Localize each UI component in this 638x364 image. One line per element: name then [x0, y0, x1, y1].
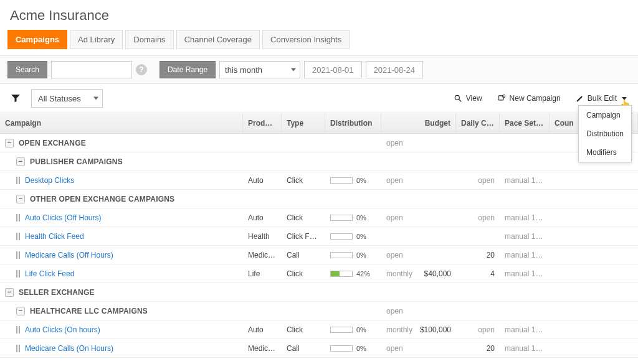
campaign-link[interactable]: Medicare Calls (Off Hours) — [25, 251, 113, 259]
cell-progress — [325, 139, 381, 147]
date-from-input[interactable]: 2021-08-01 — [304, 61, 362, 78]
collapse-icon[interactable]: − — [16, 307, 25, 315]
cell-product: Medicare — [243, 246, 282, 264]
col-header-type[interactable]: Type — [282, 113, 325, 133]
cell-progress: 0% — [325, 340, 381, 357]
distribution-value: monthly — [386, 325, 412, 334]
progress-percent: 0% — [356, 177, 366, 184]
campaign-link[interactable]: Auto Clicks (On hours) — [25, 325, 100, 334]
collapse-icon[interactable]: − — [5, 288, 14, 297]
drag-handle-icon[interactable] — [16, 345, 20, 352]
col-header-pace-setting[interactable]: Pace Setting — [500, 113, 550, 133]
collapse-icon[interactable]: − — [5, 139, 14, 147]
table-row: −SELLER EXCHANGE — [0, 283, 638, 302]
svg-line-1 — [459, 100, 462, 102]
drag-handle-icon[interactable] — [16, 233, 20, 240]
cell-daily-cap: open — [456, 209, 500, 226]
date-to-input[interactable]: 2021-08-24 — [366, 61, 424, 78]
tab-conversion-insights[interactable]: Conversion Insights — [262, 30, 350, 49]
date-range-select[interactable]: this month — [219, 61, 300, 78]
cell-progress: 0% — [325, 321, 381, 338]
svg-point-0 — [455, 95, 459, 100]
drag-handle-icon[interactable] — [16, 177, 20, 184]
bulk-edit-menu-campaign[interactable]: Campaign — [579, 106, 631, 124]
cell-distribution: monthly$100,000 — [381, 321, 456, 338]
tab-ad-library[interactable]: Ad Library — [70, 30, 123, 49]
cell-distribution: open — [381, 302, 456, 320]
cell-distribution — [381, 288, 456, 297]
new-campaign-button[interactable]: New Campaign — [493, 91, 564, 105]
tab-domains[interactable]: Domains — [125, 30, 173, 49]
cell-count — [550, 325, 611, 334]
pencil-icon — [576, 95, 584, 103]
cell-distribution — [381, 232, 456, 241]
cell-daily-cap: 4 — [456, 265, 500, 282]
collapse-icon[interactable]: − — [16, 157, 25, 166]
collapse-icon[interactable]: − — [16, 195, 25, 203]
campaign-link[interactable]: Medicare Calls (On Hours) — [25, 344, 113, 353]
cell-product: Health — [243, 228, 282, 245]
tab-campaigns[interactable]: Campaigns — [7, 30, 67, 49]
filter-icon[interactable] — [7, 90, 24, 106]
cell-pace-setting: manual 100% — [500, 265, 550, 282]
cell-daily-cap: 20 — [456, 246, 500, 264]
cell-daily-cap — [456, 157, 500, 166]
drag-handle-icon[interactable] — [16, 214, 20, 222]
cell-daily-cap: open — [456, 172, 500, 189]
cell-x — [611, 195, 638, 203]
cell-distribution: open — [381, 172, 456, 189]
cell-daily-cap — [456, 232, 500, 241]
bulk-edit-menu-distribution[interactable]: Distribution — [579, 124, 631, 143]
table-row: Medicare Calls (On Hours)MedicareCall0%o… — [0, 339, 638, 358]
group-name: PUBLISHER CAMPAIGNS — [30, 157, 123, 166]
cell-count — [550, 213, 611, 222]
cell-pace-setting — [500, 139, 550, 147]
cell-daily-cap — [456, 139, 500, 147]
cell-x — [611, 307, 638, 315]
col-header-campaign[interactable]: Campaign — [0, 113, 243, 133]
group-name: HEALTHCARE LLC CAMPAIGNS — [30, 307, 148, 315]
view-button[interactable]: View — [450, 91, 486, 105]
drag-handle-icon[interactable] — [16, 270, 20, 278]
progress-percent: 0% — [356, 345, 366, 352]
table-row: Desktop ClicksAutoClick0%openopenmanual … — [0, 171, 638, 190]
cell-progress — [325, 307, 381, 315]
progress-percent: 0% — [356, 214, 366, 222]
new-campaign-icon — [497, 94, 506, 103]
cell-progress — [325, 157, 381, 166]
cell-product — [243, 288, 282, 297]
cell-x — [611, 325, 638, 334]
tab-channel-coverage[interactable]: Channel Coverage — [176, 30, 260, 49]
search-button[interactable]: Search — [7, 61, 47, 78]
help-icon[interactable]: ? — [136, 64, 147, 75]
campaign-link[interactable]: Life Click Feed — [25, 269, 74, 278]
cell-count — [550, 269, 611, 278]
cell-pace-setting — [500, 288, 550, 297]
cell-type: Call — [282, 246, 325, 264]
search-input[interactable] — [51, 61, 132, 78]
cell-product — [243, 195, 282, 203]
campaign-link[interactable]: Health Click Feed — [25, 232, 84, 241]
col-header-budget[interactable]: Budget — [381, 113, 456, 133]
status-filter-select[interactable]: All Statuses — [31, 89, 103, 108]
cell-product — [243, 307, 282, 315]
cell-pace-setting: manual 100% — [500, 321, 550, 338]
cell-type — [282, 195, 325, 203]
col-header-distribution[interactable]: Distribution — [325, 113, 381, 133]
col-header-daily-cap[interactable]: Daily Cap — [456, 113, 500, 133]
bulk-edit-button[interactable]: Bulk Edit — [572, 91, 631, 105]
date-range-button[interactable]: Date Range — [160, 61, 216, 78]
campaign-link[interactable]: Desktop Clicks — [25, 176, 74, 185]
col-header-product[interactable]: Product — [243, 113, 282, 133]
cell-x — [611, 232, 638, 241]
cell-x — [611, 176, 638, 185]
cell-progress: 0% — [325, 246, 381, 264]
progress-percent: 0% — [356, 326, 366, 334]
drag-handle-icon[interactable] — [16, 326, 20, 334]
campaign-link[interactable]: Auto Clicks (Off Hours) — [25, 213, 101, 222]
search-icon — [454, 94, 462, 103]
cell-type — [282, 307, 325, 315]
cell-daily-cap — [456, 195, 500, 203]
bulk-edit-menu-modifiers[interactable]: Modifiers — [579, 143, 631, 162]
drag-handle-icon[interactable] — [16, 251, 20, 259]
